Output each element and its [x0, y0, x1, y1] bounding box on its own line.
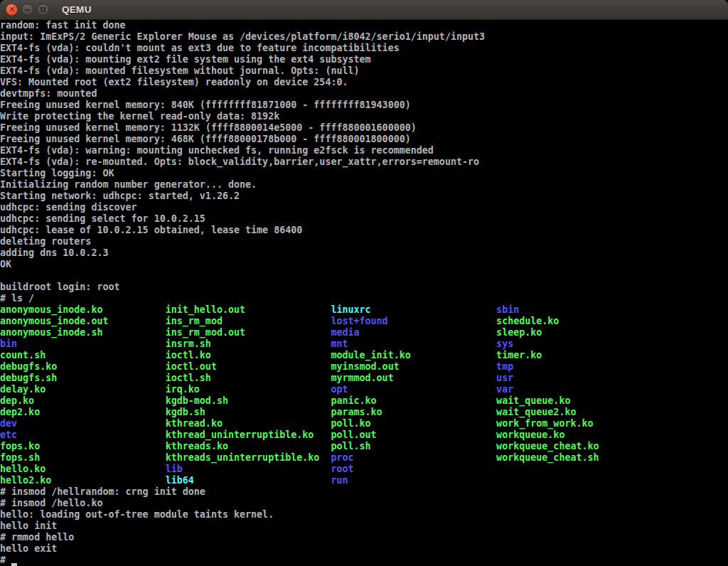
ls-entry-dir: var — [496, 384, 513, 395]
terminal-line: # ls / — [0, 293, 728, 304]
ls-entry-dir: root — [331, 464, 496, 474]
ls-entry-file: schedule.ko — [496, 316, 559, 326]
terminal-text: # rmmod hello — [0, 532, 74, 543]
ls-entry-file: ins_rm_mod — [166, 316, 331, 326]
terminal-text: EXT4-fs (vda): mounting ext2 file system… — [0, 54, 371, 65]
terminal-text: random: fast init done — [0, 20, 126, 31]
ls-entry-file: insrm.sh — [166, 338, 331, 349]
terminal-text: Write protecting the kernel read-only da… — [0, 111, 279, 122]
terminal-line: dep2.ko kgdb.sh params.ko wait_queue2.ko — [0, 407, 728, 418]
ls-entry-file: kgdb.sh — [166, 407, 331, 417]
ls-entry-file: myinsmod.out — [331, 361, 496, 372]
ls-entry-file: wait_queue2.ko — [496, 407, 576, 417]
window-title: QEMU — [62, 4, 92, 15]
terminal-text: buildroot login: root — [0, 282, 120, 292]
ls-entry-file: poll.sh — [331, 441, 496, 452]
ls-entry-file: debugfs.ko — [0, 361, 166, 372]
minimize-button[interactable] — [21, 4, 33, 16]
ls-entry-dir: lib — [166, 464, 331, 474]
ls-entry-file: hello.ko — [0, 464, 166, 474]
maximize-icon — [41, 7, 46, 12]
ls-entry-dir: proc — [331, 452, 496, 463]
ls-entry-dir: mnt — [331, 338, 496, 349]
terminal-line: dev kthread.ko poll.ko work_from_work.ko — [0, 418, 728, 429]
ls-entry-file: ins_rm_mod.out — [166, 327, 331, 338]
terminal-line: # insmod /hellrandom: crng init done — [0, 486, 728, 498]
ls-entry-file: workqueue.ko — [496, 429, 564, 440]
terminal-line: debugfs.sh ioctl.sh myrmmod.out usr — [0, 373, 728, 384]
ls-entry-file: workqueue_cheat.ko — [496, 441, 599, 452]
terminal-text: Starting network: udhcpc: started, v1.26… — [0, 191, 240, 201]
terminal-text: # ls / — [0, 293, 34, 304]
terminal-text: EXT4-fs (vda): warning: mounting uncheck… — [0, 145, 434, 156]
maximize-button[interactable] — [37, 4, 49, 16]
ls-entry-file: fops.ko — [0, 441, 166, 452]
ls-entry-dir: dev — [0, 418, 166, 429]
ls-entry-link: lib64 — [166, 475, 331, 486]
terminal-line: fops.ko kthreads.ko poll.sh workqueue_ch… — [0, 441, 728, 452]
terminal-text: udhcpc: sending discover — [0, 202, 137, 213]
ls-entry-dir: media — [331, 327, 496, 338]
terminal-line: udhcpc: lease of 10.0.2.15 obtained, lea… — [0, 225, 728, 236]
terminal-line: Starting logging: OK — [0, 168, 728, 179]
ls-entry-file: anonymous_inode.ko — [0, 304, 166, 315]
window-titlebar[interactable]: ✕ QEMU — [0, 0, 728, 20]
ls-entry-file: ioctl.sh — [166, 373, 331, 383]
ls-entry-file: kthreads.ko — [166, 441, 331, 452]
terminal-text: udhcpc: lease of 10.0.2.15 obtained, lea… — [0, 225, 302, 235]
terminal-line: Starting network: udhcpc: started, v1.26… — [0, 191, 728, 202]
terminal-line: Write protecting the kernel read-only da… — [0, 111, 728, 122]
close-button[interactable]: ✕ — [6, 4, 18, 16]
terminal-screen[interactable]: random: fast init doneinput: ImExPS/2 Ge… — [0, 20, 728, 566]
terminal-line: EXT4-fs (vda): couldn't mount as ext3 du… — [0, 43, 728, 54]
terminal-line: hello init — [0, 520, 728, 532]
terminal-text: # insmod /hello.ko — [0, 498, 102, 508]
terminal-text: Freeing unused kernel memory: 468K (ffff… — [0, 134, 411, 144]
close-icon: ✕ — [9, 6, 15, 14]
ls-entry-dir: run — [331, 475, 496, 486]
terminal-text: adding dns 10.0.2.3 — [0, 247, 108, 258]
terminal-line: # rmmod hello — [0, 532, 728, 543]
terminal-line: # insmod /hello.ko — [0, 498, 728, 509]
terminal-line: delay.ko irq.ko opt var — [0, 384, 728, 395]
terminal-line: adding dns 10.0.2.3 — [0, 247, 728, 259]
ls-entry-dir: tmp — [496, 361, 513, 372]
ls-entry-file: module_init.ko — [331, 350, 496, 361]
ls-entry-dir: etc — [0, 429, 166, 440]
ls-entry-file: kthreads_uninterruptible.ko — [166, 452, 331, 463]
ls-entry-file: panic.ko — [331, 395, 496, 406]
ls-entry-file: hello2.ko — [0, 475, 166, 486]
ls-entry-file: myrmmod.out — [331, 373, 496, 383]
terminal-line: hello: loading out-of-tree module taints… — [0, 509, 728, 520]
ls-entry-file: irq.ko — [166, 384, 331, 395]
terminal-line: anonymous_inode.ko init_hello.out linuxr… — [0, 304, 728, 316]
terminal-line: EXT4-fs (vda): re-mounted. Opts: block_v… — [0, 156, 728, 168]
ls-entry-file: dep2.ko — [0, 407, 166, 417]
terminal-line — [0, 270, 728, 282]
ls-entry-file: anonymous_inode.out — [0, 316, 166, 326]
terminal-line: devtmpfs: mounted — [0, 88, 728, 100]
ls-entry-dir: bin — [0, 338, 166, 349]
ls-entry-link: linuxrc — [331, 304, 496, 315]
terminal-line: Freeing unused kernel memory: 468K (ffff… — [0, 134, 728, 145]
terminal-line: anonymous_inode.out ins_rm_mod lost+foun… — [0, 316, 728, 327]
terminal-line: anonymous_inode.sh ins_rm_mod.out media … — [0, 327, 728, 338]
terminal-line: hello exit — [0, 543, 728, 555]
terminal-text: hello init — [0, 520, 57, 531]
ls-entry-file: anonymous_inode.sh — [0, 327, 166, 338]
terminal-line: hello.ko lib root — [0, 464, 728, 475]
terminal-line: hello2.ko lib64 run — [0, 475, 728, 486]
minimize-icon — [25, 9, 30, 11]
terminal-text: Starting logging: OK — [0, 168, 114, 178]
terminal-line: input: ImExPS/2 Generic Explorer Mouse a… — [0, 31, 728, 43]
terminal-text: EXT4-fs (vda): re-mounted. Opts: block_v… — [0, 156, 479, 167]
ls-entry-file: sleep.ko — [496, 327, 542, 338]
terminal-line: count.sh ioctl.ko module_init.ko timer.k… — [0, 350, 728, 361]
terminal-line: fops.sh kthreads_uninterruptible.ko proc… — [0, 452, 728, 464]
ls-entry-file: poll.ko — [331, 418, 496, 429]
ls-entry-file: timer.ko — [496, 350, 542, 361]
shell-prompt: # — [0, 555, 11, 565]
terminal-text: EXT4-fs (vda): couldn't mount as ext3 du… — [0, 43, 400, 53]
terminal-line: udhcpc: sending discover — [0, 202, 728, 213]
terminal-line: OK — [0, 259, 728, 270]
